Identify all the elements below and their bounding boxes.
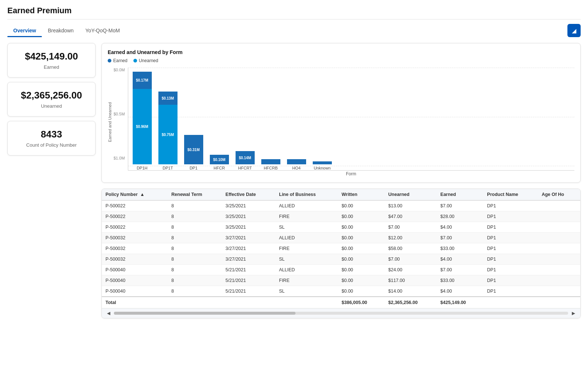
cell-unearned: $58.00 [385,243,437,254]
cell-earned: $7.00 [437,265,483,275]
cell-unearned: $24.00 [385,265,437,275]
main-content: $425,149.00 Earned $2,365,256.00 Unearne… [7,43,581,318]
cell-effective: 3/27/2021 [222,254,276,265]
bar-unearned-dp1t: $0.75M [158,105,178,164]
page-container: Earned Premium Overview Breakdown YoY-Qo… [0,0,588,386]
cell-age [538,233,580,243]
metric-card-earned: $425,149.00 Earned [7,43,96,78]
cell-policy: P-500040 [102,265,168,275]
cell-lob: ALLIED [275,200,338,211]
cell-lob: ALLIED [275,265,338,275]
cell-age [538,211,580,222]
cell-renewal: 8 [168,286,222,297]
cell-effective: 3/27/2021 [222,233,276,243]
chart-title: Earned and Unearned by Form [108,49,574,55]
cell-renewal: 8 [168,243,222,254]
bar-label-hfcrt: HFCRT [238,166,252,170]
cell-policy: P-500032 [102,254,168,265]
cell-unearned: $47.00 [385,211,437,222]
cell-earned: $33.00 [437,275,483,286]
data-table: Policy Number ▲ Renewal Term Effective D… [102,189,580,308]
bar-group-unknown: Unknown [313,161,332,170]
col-policy[interactable]: Policy Number ▲ [102,189,168,200]
col-unearned[interactable]: Unearned [385,189,437,200]
col-product[interactable]: Product Name [483,189,538,200]
cell-lob: SL [275,254,338,265]
col-age[interactable]: Age Of Ho [538,189,580,200]
col-effective[interactable]: Effective Date [222,189,276,200]
cell-written: $0.00 [338,200,385,211]
cell-renewal: 8 [168,211,222,222]
cell-age [538,286,580,297]
col-lob[interactable]: Line of Business [275,189,338,200]
bar-label-hfcrb: HFCRB [264,166,278,170]
footer-age [538,297,580,308]
bar-stack-ho4 [287,159,306,164]
scroll-left-arrow[interactable]: ◀ [105,310,112,317]
earned-value: $425,149.00 [14,51,89,62]
cell-unearned: $7.00 [385,222,437,233]
count-value: 8433 [14,129,89,140]
filter-icon: ◢ [572,27,576,34]
table-header-row: Policy Number ▲ Renewal Term Effective D… [102,189,580,200]
table-footer-row: Total $386,005.00 $2,365,256.00 $425,149… [102,297,580,308]
bar-label-dp1t: DP1T [163,166,173,170]
y-axis-label: Earned and Unearned [108,102,112,142]
cell-unearned: $14.00 [385,286,437,297]
x-axis-label: Form [128,171,574,176]
y-axis: $1.0M $0.5M $0.0M [114,68,128,171]
tab-overview[interactable]: Overview [7,25,42,36]
cell-lob: FIRE [275,211,338,222]
col-earned[interactable]: Earned [437,189,483,200]
scroll-track[interactable] [114,312,568,315]
cell-unearned: $7.00 [385,254,437,265]
cell-written: $0.00 [338,233,385,243]
cell-policy: P-500022 [102,200,168,211]
cell-product: DP1 [483,254,538,265]
col-renewal[interactable]: Renewal Term [168,189,222,200]
table-row: P-50003283/27/2021SL$0.00$7.00$4.00DP1 [102,254,580,265]
cell-product: DP1 [483,233,538,243]
scroll-thumb [114,312,295,315]
bar-earned-hfcrt: $0.14M [236,151,255,164]
scroll-right-arrow[interactable]: ▶ [570,310,577,317]
tab-breakdown[interactable]: Breakdown [42,25,79,36]
tab-yoy[interactable]: YoY-QoQ-MoM [79,25,126,36]
cell-earned: $28.00 [437,211,483,222]
cell-earned: $7.00 [437,200,483,211]
bar-earned-ho4 [287,159,306,164]
cell-age [538,222,580,233]
cell-policy: P-500022 [102,211,168,222]
filter-button[interactable]: ◢ [567,24,581,37]
chart-legend: Earned Unearned [108,58,574,63]
cell-earned: $7.00 [437,233,483,243]
col-written[interactable]: Written [338,189,385,200]
legend-earned-dot [108,59,111,62]
right-panel: Earned and Unearned by Form Earned Unear… [101,43,581,318]
metric-card-unearned: $2,365,256.00 Unearned [7,82,96,117]
bar-earned-hfcrb [261,159,280,164]
bar-label-dp1h: DP1H [137,166,147,170]
bar-group-hfcrt: $0.14MHFCRT [236,151,255,170]
chart-card: Earned and Unearned by Form Earned Unear… [101,43,581,183]
bar-earned-dp1: $0.31M [184,135,203,164]
cell-written: $0.00 [338,275,385,286]
cell-earned: $4.00 [437,286,483,297]
bar-group-dp1t: $0.75M$0.13MDP1T [158,92,178,170]
table-wrapper[interactable]: Policy Number ▲ Renewal Term Effective D… [102,189,580,308]
bar-label-hfcr: HFCR [214,166,225,170]
cell-age [538,265,580,275]
cell-effective: 3/25/2021 [222,211,276,222]
table-row: P-50002283/25/2021FIRE$0.00$47.00$28.00D… [102,211,580,222]
cell-policy: P-500032 [102,233,168,243]
cell-lob: ALLIED [275,233,338,243]
bar-stack-dp1: $0.31M [184,135,203,164]
cell-age [538,254,580,265]
horizontal-scrollbar[interactable]: ◀ ▶ [102,308,580,318]
cell-written: $0.00 [338,254,385,265]
bar-stack-unknown [313,161,332,164]
footer-unearned: $2,365,256.00 [385,297,437,308]
table-row: P-50002283/25/2021SL$0.00$7.00$4.00DP1 [102,222,580,233]
cell-product: DP1 [483,265,538,275]
legend-unearned: Unearned [133,58,158,63]
